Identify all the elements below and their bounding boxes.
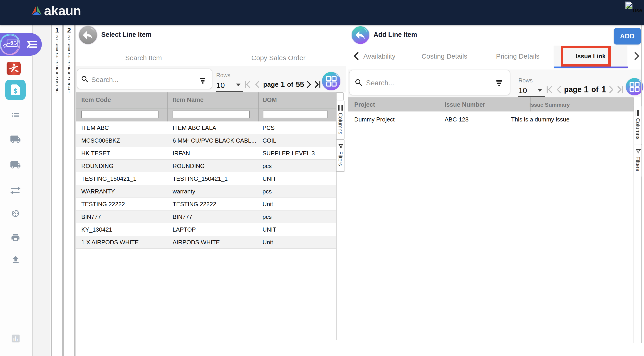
svg-text:$: $ [14, 87, 18, 95]
svg-text:$: $ [11, 40, 14, 46]
